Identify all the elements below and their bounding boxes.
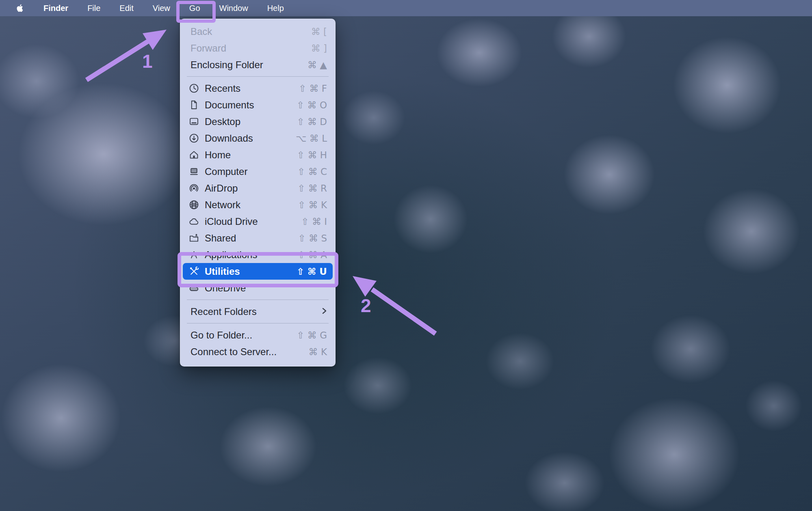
downloads-icon	[188, 133, 200, 144]
desktop-icon	[188, 116, 200, 127]
utilities-icon	[188, 266, 200, 277]
menu-item-shortcut: ⇧ ⌘ A	[297, 250, 327, 260]
menu-item-label: Go to Folder...	[191, 330, 252, 341]
menubar-item-finder[interactable]: Finder	[43, 4, 68, 13]
computer-icon	[188, 166, 200, 177]
menu-separator	[187, 323, 329, 323]
menu-item-shortcut: ⇧ ⌘ S	[298, 233, 327, 244]
menubar-item-view[interactable]: View	[153, 4, 170, 13]
menu-item-shortcut: ⇧ ⌘ H	[297, 150, 327, 160]
menu-item-forward: Forward ⌘ ]	[183, 40, 333, 56]
menu-item-enclosing-folder[interactable]: Enclosing Folder ⌘ ▲	[183, 56, 333, 73]
menu-item-shortcut: ⇧ ⌘ I	[301, 216, 327, 227]
menu-item-shortcut: ⇧ ⌘ U	[297, 266, 327, 277]
menu-item-utilities[interactable]: Utilities ⇧ ⌘ U	[183, 263, 333, 280]
apple-menu-icon[interactable]	[15, 3, 24, 13]
menu-item-label: Home	[205, 149, 231, 161]
desktop-wallpaper	[0, 0, 812, 511]
menu-item-home[interactable]: Home ⇧ ⌘ H	[183, 147, 333, 163]
menu-item-label: Computer	[205, 166, 247, 177]
menu-item-label: Desktop	[205, 116, 240, 127]
recents-icon	[188, 83, 200, 94]
menu-item-label: OneDrive	[205, 282, 246, 294]
menu-item-shortcut: ⇧ ⌘ G	[297, 330, 327, 341]
menu-item-applications[interactable]: Applications ⇧ ⌘ A	[183, 246, 333, 263]
desktop: Finder File Edit View Go Window Help Bac…	[0, 0, 812, 511]
menu-item-shortcut: ⇧ ⌘ D	[297, 116, 327, 127]
menu-item-label: Downloads	[205, 133, 253, 144]
shared-icon	[188, 233, 200, 244]
menu-item-downloads[interactable]: Downloads ⌥ ⌘ L	[183, 130, 333, 147]
menu-item-onedrive[interactable]: OneDrive	[183, 280, 333, 296]
menu-item-shortcut: ⇧ ⌘ K	[298, 200, 327, 210]
menu-item-label: Applications	[205, 249, 257, 261]
network-icon	[188, 199, 200, 211]
applications-icon	[188, 249, 200, 261]
menu-item-label: Shared	[205, 233, 236, 244]
go-menu-panel: Back ⌘ [ Forward ⌘ ] Enclosing Folder ⌘ …	[180, 19, 336, 367]
menu-item-label: iCloud Drive	[205, 216, 258, 227]
menu-item-shared[interactable]: Shared ⇧ ⌘ S	[183, 230, 333, 246]
menu-item-label: Network	[205, 199, 240, 211]
menu-item-recent-folders[interactable]: Recent Folders	[183, 303, 333, 320]
menu-item-label: Utilities	[205, 266, 240, 277]
menu-item-label: Back	[191, 26, 212, 37]
menu-item-label: Recents	[205, 83, 240, 94]
menu-item-documents[interactable]: Documents ⇧ ⌘ O	[183, 97, 333, 113]
menu-item-icloud-drive[interactable]: iCloud Drive ⇧ ⌘ I	[183, 213, 333, 230]
menu-item-back: Back ⌘ [	[183, 23, 333, 40]
menu-item-label: AirDrop	[205, 183, 238, 194]
menubar-item-window[interactable]: Window	[219, 4, 248, 13]
submenu-chevron-icon	[322, 306, 327, 317]
menu-item-label: Recent Folders	[191, 306, 257, 317]
menu-item-label: Forward	[191, 43, 226, 54]
menu-item-label: Enclosing Folder	[191, 59, 263, 71]
documents-icon	[188, 99, 200, 111]
menu-separator	[187, 76, 329, 77]
menu-bar: Finder File Edit View Go Window Help	[0, 0, 812, 16]
airdrop-icon	[188, 183, 200, 194]
menubar-item-go[interactable]: Go	[189, 4, 200, 13]
menu-item-shortcut: ⇧ ⌘ O	[297, 100, 327, 110]
menubar-item-file[interactable]: File	[87, 4, 100, 13]
menu-item-connect-to-server[interactable]: Connect to Server... ⌘ K	[183, 343, 333, 360]
onedrive-icon	[188, 282, 200, 294]
menu-item-go-to-folder[interactable]: Go to Folder... ⇧ ⌘ G	[183, 327, 333, 343]
menu-item-airdrop[interactable]: AirDrop ⇧ ⌘ R	[183, 180, 333, 196]
menu-item-desktop[interactable]: Desktop ⇧ ⌘ D	[183, 113, 333, 130]
menu-item-shortcut: ⌥ ⌘ L	[296, 133, 327, 144]
menu-item-shortcut: ⇧ ⌘ C	[297, 166, 327, 177]
menu-item-network[interactable]: Network ⇧ ⌘ K	[183, 196, 333, 213]
menu-item-shortcut: ⌘ [	[311, 26, 327, 37]
menu-separator	[187, 300, 329, 300]
menu-item-shortcut: ⇧ ⌘ R	[297, 183, 327, 194]
menubar-item-help[interactable]: Help	[267, 4, 284, 13]
home-icon	[188, 149, 200, 161]
menu-item-computer[interactable]: Computer ⇧ ⌘ C	[183, 163, 333, 180]
icloud-drive-icon	[188, 216, 200, 227]
menu-item-shortcut: ⌘ ▲	[307, 60, 327, 70]
menu-item-label: Documents	[205, 99, 254, 111]
menu-item-shortcut: ⌘ K	[309, 347, 327, 357]
menubar-item-edit[interactable]: Edit	[119, 4, 133, 13]
menu-item-recents[interactable]: Recents ⇧ ⌘ F	[183, 80, 333, 97]
menu-item-shortcut: ⇧ ⌘ F	[299, 83, 327, 94]
menu-item-label: Connect to Server...	[191, 346, 277, 358]
menu-item-shortcut: ⌘ ]	[311, 43, 327, 54]
